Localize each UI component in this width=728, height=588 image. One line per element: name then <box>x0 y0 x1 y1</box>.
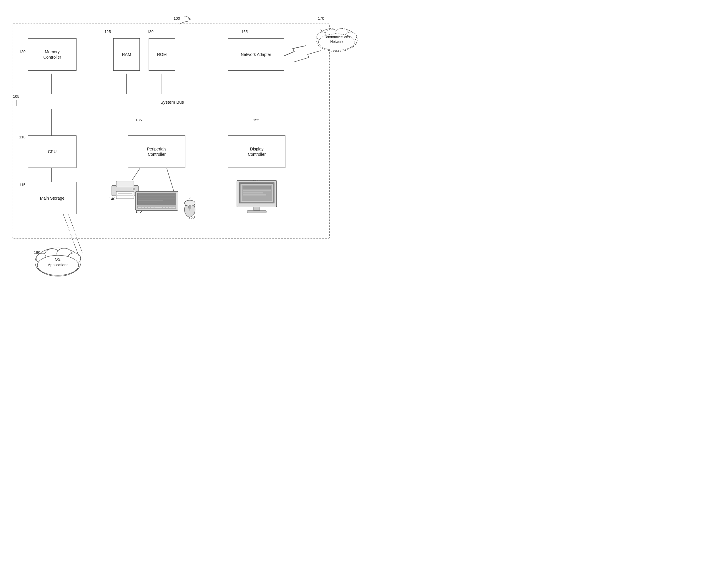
memory-controller-box: MemoryController <box>28 38 76 71</box>
svg-rect-62 <box>243 190 271 191</box>
svg-rect-45 <box>163 207 165 208</box>
svg-rect-40 <box>141 207 144 208</box>
ref-130: 130 <box>147 29 154 34</box>
ref-105: 105 <box>13 94 19 99</box>
svg-rect-65 <box>253 207 260 211</box>
svg-rect-48 <box>172 207 175 208</box>
svg-rect-41 <box>145 207 147 208</box>
arrow-100 <box>169 15 193 25</box>
svg-point-55 <box>184 200 195 206</box>
cpu-box: CPU <box>28 135 76 168</box>
svg-rect-46 <box>166 207 168 208</box>
svg-rect-33 <box>118 193 132 194</box>
svg-rect-56 <box>189 206 191 209</box>
network-adapter-label: Network Adapter <box>241 52 271 57</box>
cpu-label: CPU <box>48 149 57 154</box>
rom-label: ROM <box>157 52 167 57</box>
communications-network-cloud: CommunicationsNetwork <box>314 25 359 55</box>
system-bus-label: System Bus <box>160 100 184 105</box>
network-adapter-box: Network Adapter <box>228 38 284 71</box>
svg-rect-66 <box>247 211 266 213</box>
svg-rect-34 <box>117 195 133 196</box>
ref-155: 155 <box>253 118 260 122</box>
svg-rect-61 <box>243 186 271 189</box>
display-controller-box: DisplayController <box>228 135 285 168</box>
monitor-icon <box>234 179 281 214</box>
svg-rect-64 <box>243 194 266 195</box>
lightning-line <box>283 44 318 59</box>
svg-rect-42 <box>148 207 150 208</box>
os-applications-cloud: OS,Applications <box>32 245 84 279</box>
main-storage-box: Main Storage <box>28 182 76 214</box>
svg-rect-44 <box>154 207 162 208</box>
ref-165: 165 <box>241 29 248 34</box>
svg-rect-47 <box>169 207 172 208</box>
ref-115: 115 <box>19 183 26 187</box>
svg-rect-37 <box>137 193 176 205</box>
peripherals-controller-label: PeriperialsController <box>147 146 166 157</box>
svg-rect-63 <box>243 192 263 193</box>
main-storage-label: Main Storage <box>40 195 64 201</box>
svg-rect-39 <box>138 207 141 208</box>
communications-network-label: CommunicationsNetwork <box>324 35 350 44</box>
peripherals-controller-box: PeriperialsController <box>128 135 185 168</box>
diagram-container: 100 105 120 125 130 165 110 115 135 140 … <box>0 0 364 294</box>
ram-label: RAM <box>122 52 131 57</box>
rom-box: ROM <box>149 38 175 71</box>
ref-135: 135 <box>135 118 142 122</box>
svg-rect-43 <box>151 207 154 208</box>
ram-box: RAM <box>113 38 140 71</box>
display-controller-label: DisplayController <box>248 146 266 157</box>
os-applications-label: OS,Applications <box>48 257 68 267</box>
ref-120: 120 <box>19 49 26 54</box>
ref-125: 125 <box>105 29 111 34</box>
keyboard-icon <box>134 190 184 212</box>
svg-rect-31 <box>116 181 134 187</box>
ref-110: 110 <box>19 135 26 139</box>
memory-controller-label: MemoryController <box>43 49 61 60</box>
mouse-icon <box>182 197 198 219</box>
system-bus-box: System Bus <box>28 95 316 109</box>
ref-170: 170 <box>318 16 324 21</box>
